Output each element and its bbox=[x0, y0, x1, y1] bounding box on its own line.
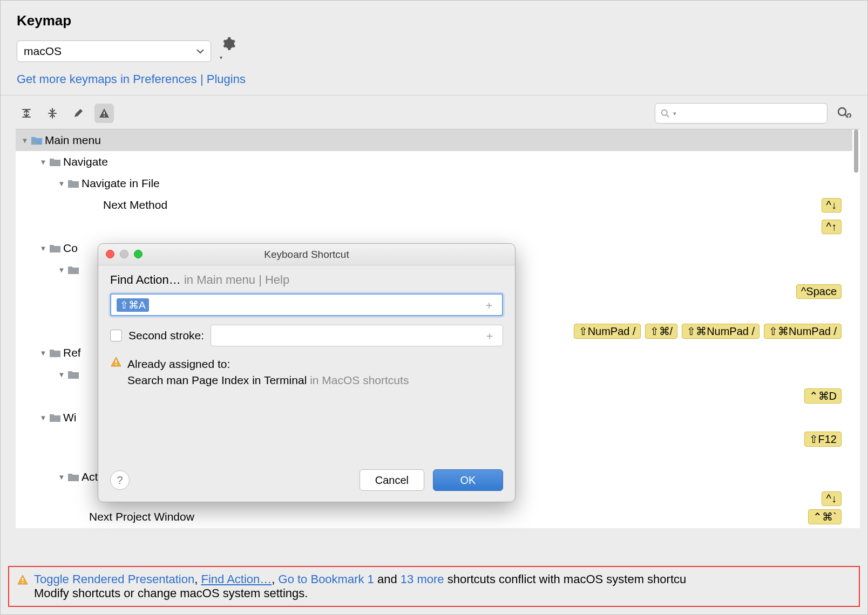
tree-label: Navigate in File bbox=[82, 177, 852, 190]
disclosure-triangle-icon[interactable]: ▼ bbox=[56, 180, 67, 188]
disclosure-triangle-icon[interactable]: ▼ bbox=[37, 349, 49, 357]
disclosure-triangle-icon[interactable]: ▼ bbox=[37, 158, 49, 166]
conflict-warning: Already assigned to: Search man Page Ind… bbox=[110, 356, 503, 389]
conflict-location: in MacOS shortcuts bbox=[310, 374, 409, 386]
find-by-shortcut-icon[interactable] bbox=[836, 106, 851, 121]
svg-rect-10 bbox=[22, 582, 23, 583]
dialog-titlebar[interactable]: Keyboard Shortcut bbox=[98, 244, 515, 265]
chevron-down-icon bbox=[196, 49, 204, 54]
svg-rect-5 bbox=[35, 142, 37, 144]
search-icon bbox=[661, 109, 670, 118]
tree-item-navigate[interactable]: ▼ Navigate bbox=[16, 151, 852, 173]
ok-button[interactable]: OK bbox=[433, 469, 503, 491]
svg-rect-4 bbox=[32, 142, 35, 144]
conflict-link[interactable]: Find Action… bbox=[201, 572, 272, 586]
search-input[interactable]: ▾ bbox=[655, 103, 828, 124]
shortcut-badge: ⇧F12 bbox=[804, 432, 842, 447]
conflicts-icon[interactable] bbox=[94, 104, 114, 123]
keymap-dropdown[interactable]: macOS bbox=[17, 40, 211, 62]
tree-item-prev-method[interactable]: ^↑ bbox=[16, 216, 852, 237]
cancel-button[interactable]: Cancel bbox=[360, 469, 424, 491]
svg-rect-7 bbox=[116, 360, 117, 363]
svg-point-3 bbox=[838, 108, 846, 115]
dialog-action-name: Find Action… in Main menu | Help bbox=[110, 273, 503, 287]
keymap-selector-row: macOS ▾ bbox=[1, 37, 867, 66]
page-title: Keymap bbox=[1, 1, 867, 37]
tree-item-navigate-in-file[interactable]: ▼ Navigate in File bbox=[16, 173, 852, 194]
conflict-link[interactable]: Go to Bookmark 1 bbox=[279, 572, 374, 586]
svg-rect-9 bbox=[22, 578, 23, 581]
folder-icon bbox=[67, 472, 82, 482]
gear-icon[interactable]: ▾ bbox=[222, 37, 236, 66]
folder-icon bbox=[49, 348, 63, 358]
collapse-all-icon[interactable] bbox=[43, 104, 62, 123]
menu-folder-icon bbox=[31, 135, 45, 145]
shortcut-badge: ^↓ bbox=[822, 491, 842, 506]
folder-icon bbox=[67, 179, 82, 188]
more-keymaps-link[interactable]: Get more keymaps in Preferences | Plugin… bbox=[1, 66, 867, 95]
disclosure-triangle-icon[interactable]: ▼ bbox=[56, 266, 67, 274]
svg-point-2 bbox=[662, 110, 667, 115]
tree-item-next-project[interactable]: Next Project Window ⌃⌘` bbox=[16, 509, 852, 524]
minimize-icon bbox=[120, 250, 128, 258]
shortcut-badge: ⌃⌘` bbox=[808, 509, 842, 524]
conflict-action: Search man Page Index in Terminal bbox=[127, 374, 307, 386]
shortcut-badge: ⇧⌘NumPad / bbox=[764, 324, 842, 339]
conflicts-text: Toggle Rendered Presentation, Find Actio… bbox=[34, 572, 686, 600]
folder-icon bbox=[67, 265, 82, 275]
add-shortcut-icon[interactable]: ＋ bbox=[484, 329, 497, 343]
edit-icon[interactable] bbox=[69, 104, 88, 123]
second-stroke-input[interactable]: ＋ bbox=[211, 325, 503, 346]
second-stroke-label: Second stroke: bbox=[128, 329, 204, 342]
warning-icon bbox=[110, 356, 122, 368]
shortcut-badge: ⇧⌘/ bbox=[645, 324, 678, 339]
folder-icon bbox=[67, 370, 82, 379]
folder-icon bbox=[49, 243, 63, 253]
shortcut-badge: ^↓ bbox=[822, 198, 842, 213]
add-shortcut-icon[interactable]: ＋ bbox=[484, 298, 497, 312]
shortcut-badge: ^Space bbox=[796, 284, 842, 299]
scrollbar-thumb[interactable] bbox=[854, 129, 858, 173]
disclosure-triangle-icon[interactable]: ▼ bbox=[56, 473, 67, 481]
folder-icon bbox=[49, 157, 63, 167]
tree-item-main-menu[interactable]: ▼ Main menu bbox=[16, 129, 852, 151]
shortcut-value: ⇧⌘A bbox=[117, 298, 149, 312]
tree-item-next-method[interactable]: Next Method ^↓ bbox=[16, 194, 852, 216]
disclosure-triangle-icon[interactable]: ▼ bbox=[37, 414, 49, 422]
first-stroke-input[interactable]: ⇧⌘A ＋ bbox=[110, 293, 503, 316]
warning-icon bbox=[17, 574, 29, 586]
tree-label: Main menu bbox=[45, 134, 852, 147]
shortcut-badge: ⌃⌘D bbox=[804, 388, 842, 404]
tree-scrollbar[interactable] bbox=[852, 129, 860, 528]
disclosure-triangle-icon[interactable]: ▼ bbox=[37, 244, 49, 252]
keymap-preferences-panel: Keymap macOS ▾ Get more keymaps in Prefe… bbox=[0, 0, 868, 615]
shortcut-badge: ⇧NumPad / bbox=[574, 324, 641, 339]
keymap-dropdown-value: macOS bbox=[24, 45, 62, 58]
keyboard-shortcut-dialog: Keyboard Shortcut Find Action… in Main m… bbox=[98, 243, 516, 502]
second-stroke-checkbox[interactable] bbox=[110, 330, 122, 341]
shortcut-badge: ⇧⌘NumPad / bbox=[682, 324, 760, 339]
disclosure-triangle-icon[interactable]: ▼ bbox=[19, 136, 31, 145]
conflicts-summary-bar: Toggle Rendered Presentation, Find Actio… bbox=[8, 566, 860, 607]
dialog-title: Keyboard Shortcut bbox=[264, 249, 349, 261]
tree-toolbar: ▾ bbox=[1, 95, 867, 129]
tree-label: Next Method bbox=[103, 199, 822, 211]
svg-rect-6 bbox=[38, 142, 40, 144]
help-button[interactable]: ? bbox=[110, 470, 130, 490]
svg-rect-0 bbox=[104, 112, 105, 114]
expand-all-icon[interactable] bbox=[17, 104, 36, 123]
tree-label: Navigate bbox=[63, 155, 852, 168]
svg-rect-1 bbox=[104, 115, 105, 117]
conflict-more-link[interactable]: 13 more bbox=[401, 572, 444, 586]
folder-icon bbox=[49, 413, 63, 422]
disclosure-triangle-icon[interactable]: ▼ bbox=[56, 371, 67, 379]
shortcut-badge: ^↑ bbox=[822, 220, 842, 234]
conflict-link[interactable]: Toggle Rendered Presentation bbox=[34, 572, 194, 586]
tree-label: Next Project Window bbox=[89, 510, 808, 523]
conflict-title: Already assigned to: bbox=[127, 356, 409, 372]
svg-rect-8 bbox=[116, 364, 117, 365]
zoom-icon[interactable] bbox=[134, 250, 143, 258]
search-field[interactable] bbox=[680, 107, 822, 120]
close-icon[interactable] bbox=[106, 250, 114, 258]
